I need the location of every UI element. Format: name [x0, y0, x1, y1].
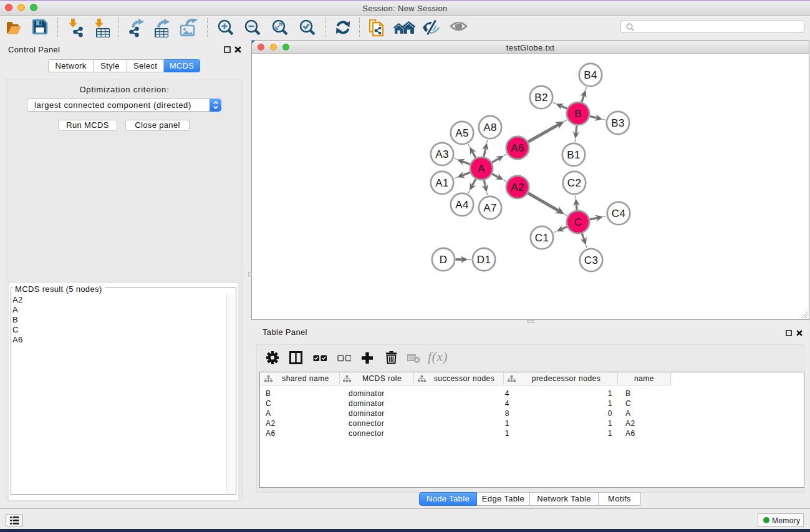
- svg-text:A8: A8: [483, 122, 497, 133]
- svg-text:A1: A1: [435, 177, 449, 189]
- svg-text:A5: A5: [455, 127, 469, 139]
- svg-text:C4: C4: [612, 208, 625, 220]
- svg-text:C1: C1: [535, 232, 549, 244]
- svg-text:C: C: [574, 216, 582, 228]
- svg-text:C3: C3: [584, 254, 598, 266]
- svg-text:C2: C2: [567, 177, 581, 189]
- svg-text:A: A: [478, 163, 485, 175]
- svg-text:D1: D1: [477, 254, 491, 266]
- svg-text:A4: A4: [455, 199, 469, 211]
- svg-text:A7: A7: [483, 202, 497, 214]
- svg-text:A3: A3: [435, 148, 449, 160]
- svg-text:B4: B4: [584, 69, 597, 81]
- svg-text:B: B: [574, 108, 582, 120]
- svg-text:A6: A6: [511, 142, 524, 154]
- svg-text:B3: B3: [611, 117, 625, 129]
- svg-text:D: D: [440, 254, 448, 266]
- svg-text:B2: B2: [534, 92, 548, 104]
- svg-text:A2: A2: [511, 181, 524, 193]
- svg-text:B1: B1: [567, 149, 581, 161]
